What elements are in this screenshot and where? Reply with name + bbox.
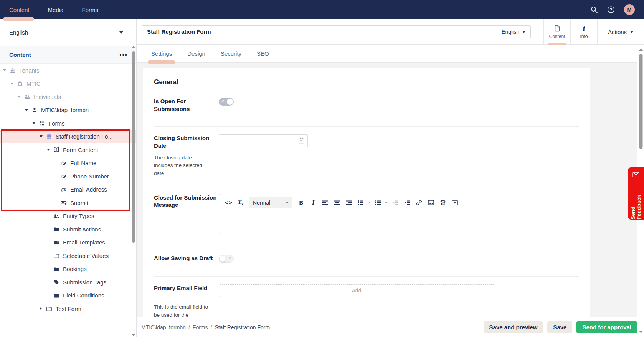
expand-arrow-icon[interactable]	[10, 83, 13, 85]
send-feedback-tab[interactable]: Send Feedback	[628, 167, 644, 220]
tree-item-full-name[interactable]: Full Name	[0, 157, 136, 170]
closing-date-input[interactable]	[219, 135, 295, 147]
tree-item-selectable-values[interactable]: Selectable Values	[0, 249, 136, 263]
page-title-input[interactable]: Staff Registration Form English	[142, 25, 531, 38]
tree-item-field-conditions[interactable]: Field Conditions	[0, 289, 136, 302]
tree-item-tenants[interactable]: Tenants	[0, 64, 136, 77]
tab-seo[interactable]: SEO	[257, 45, 269, 62]
scrollbar-thumb[interactable]	[132, 51, 135, 243]
collapse-arrow-icon[interactable]	[40, 307, 42, 310]
tree-item-staff-registration-fo[interactable]: Staff Registration Fo...	[0, 130, 136, 144]
tree-item-individuals[interactable]: Individuals	[0, 90, 136, 104]
outdent-icon[interactable]	[391, 197, 400, 208]
tree-item-test-form[interactable]: Test Form	[0, 302, 136, 316]
save-and-preview-button[interactable]: Save and preview	[484, 321, 543, 333]
active-tab-indicator	[3, 17, 34, 21]
tree-item-email-templates[interactable]: Email Templates	[0, 236, 136, 249]
nav-item-media[interactable]: Media	[48, 0, 64, 19]
tree-item-form-content[interactable]: Form Content	[0, 143, 136, 157]
tree-item-email-address[interactable]: @Email Address	[0, 183, 136, 197]
sidebar: English Content ••• TenantsMTICIndividua…	[0, 19, 137, 337]
footer-buttons: Save and previewSaveSend for approval	[484, 321, 637, 333]
send-for-approval-button[interactable]: Send for approval	[576, 321, 637, 333]
add-primary-email-button[interactable]: Add	[219, 284, 494, 297]
search-icon[interactable]	[590, 6, 598, 13]
breadcrumb-item-staff-registration-form: Staff Registration Form	[215, 324, 270, 330]
tree-item-entity-types[interactable]: Entity Types	[0, 210, 136, 223]
tree-item-label: Form Content	[63, 147, 98, 153]
clear-formatting-icon[interactable]: Tx	[236, 197, 245, 208]
editor-content[interactable]	[219, 211, 494, 234]
align-left-icon[interactable]	[320, 197, 330, 208]
calendar-icon[interactable]	[295, 135, 307, 147]
tree-item-phone-number[interactable]: Phone Number	[0, 170, 136, 183]
help-icon[interactable]: ?	[607, 6, 615, 13]
expand-arrow-icon[interactable]	[18, 96, 21, 98]
content-view-button[interactable]: Content	[543, 19, 570, 45]
italic-icon[interactable]: I	[309, 197, 318, 208]
align-center-icon[interactable]	[332, 197, 342, 208]
folder-icon	[53, 292, 59, 299]
tab-security[interactable]: Security	[221, 45, 241, 62]
indent-icon[interactable]	[403, 197, 412, 208]
scroll-down-icon[interactable]	[639, 331, 643, 333]
actions-dropdown[interactable]: Actions	[597, 19, 644, 45]
chevron-down-icon	[285, 201, 289, 204]
user-avatar[interactable]: M	[624, 4, 635, 15]
header-actions: Content i Info Actions	[543, 19, 644, 45]
chevron-down-icon[interactable]	[384, 201, 388, 204]
expand-arrow-icon[interactable]	[40, 135, 43, 138]
at-icon: @	[61, 187, 67, 193]
tree-item-submit-actions[interactable]: Submit Actions	[0, 223, 136, 236]
scroll-down-icon[interactable]	[132, 334, 135, 336]
media-embed-icon[interactable]	[450, 197, 459, 208]
tree-item-bookings[interactable]: Bookings	[0, 263, 136, 276]
nav-item-content[interactable]: Content	[9, 0, 30, 19]
expand-arrow-icon[interactable]	[25, 109, 28, 111]
field-label: Primary Email Field	[154, 284, 219, 292]
tree-item-label: Entity Types	[63, 213, 94, 219]
expand-arrow-icon[interactable]	[32, 122, 35, 124]
sidebar-language-selector[interactable]: English	[0, 19, 136, 46]
settings-gear-icon[interactable]: ⚙	[438, 197, 447, 208]
tree-item-submission-tags[interactable]: Submission Tags	[0, 276, 136, 289]
source-code-icon[interactable]: <>	[224, 197, 233, 208]
scroll-up-icon[interactable]	[639, 48, 643, 51]
scrollbar-thumb[interactable]	[639, 54, 642, 149]
bullet-list-icon[interactable]	[356, 197, 365, 208]
scroll-up-icon[interactable]	[132, 46, 135, 48]
folder-icon	[53, 226, 59, 232]
tree-item-mtic-ldap-formbn[interactable]: MTIC\ldap_formbn	[0, 104, 136, 117]
info-icon: i	[583, 25, 585, 32]
tree-item-forms[interactable]: Forms	[0, 117, 136, 130]
breadcrumb: MTIC\ldap_formbn/Forms/Staff Registratio…	[141, 324, 270, 330]
image-icon[interactable]	[426, 197, 436, 208]
align-right-icon[interactable]	[344, 197, 353, 208]
bold-icon[interactable]: B	[297, 197, 306, 208]
tree-item-mtic[interactable]: MTIC	[0, 77, 136, 91]
breadcrumb-item-forms[interactable]: Forms	[193, 324, 208, 330]
is-open-toggle[interactable]: ✓	[219, 98, 234, 106]
sidebar-scrollbar[interactable]	[131, 46, 136, 336]
expand-arrow-icon[interactable]	[47, 149, 50, 151]
numbered-list-icon[interactable]	[373, 197, 383, 208]
tree-item-submit[interactable]: Submit	[0, 196, 136, 210]
allow-draft-toggle[interactable]: ×	[219, 255, 234, 263]
email-icon	[53, 240, 59, 246]
info-view-button[interactable]: i Info	[570, 19, 597, 45]
more-options-icon[interactable]: •••	[119, 51, 128, 58]
tab-design[interactable]: Design	[187, 45, 205, 62]
link-icon[interactable]	[414, 197, 424, 208]
breadcrumb-separator: /	[211, 324, 212, 330]
tree-item-label: MTIC	[26, 80, 41, 87]
chevron-down-icon[interactable]	[367, 201, 371, 204]
paragraph-style-select[interactable]: Normal	[249, 197, 292, 208]
tab-settings[interactable]: Settings	[151, 45, 172, 62]
title-language-selector[interactable]: English	[502, 29, 526, 35]
breadcrumb-item-mtic-ldap-formbn[interactable]: MTIC\ldap_formbn	[141, 324, 186, 330]
save-button[interactable]: Save	[547, 321, 572, 333]
expand-arrow-icon[interactable]	[3, 69, 6, 71]
nav-item-forms[interactable]: Forms	[82, 0, 98, 19]
field-row-closing-date: Closing Submission Date The closing date…	[154, 127, 579, 187]
tree-item-label: Phone Number	[70, 173, 109, 180]
